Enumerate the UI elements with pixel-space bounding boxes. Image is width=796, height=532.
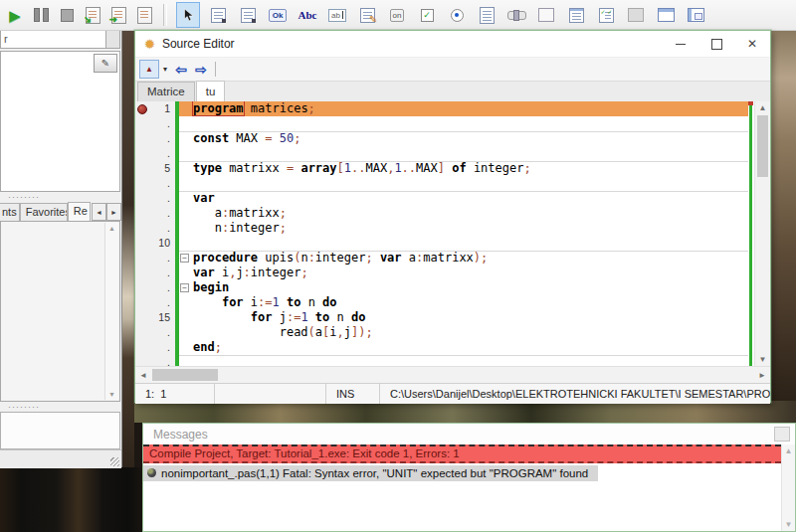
scroll-down-icon[interactable]: ▼	[782, 520, 795, 529]
component-combobox[interactable]: r	[0, 30, 109, 49]
message-row-fatal[interactable]: nonimportant_.pas(1,1) Fatal: Syntax err…	[143, 465, 598, 481]
navigate-forward-button[interactable]: ⇨	[191, 61, 211, 78]
close-button[interactable]: ✕	[734, 31, 770, 57]
checkbox-component-icon[interactable]: ✓	[415, 2, 439, 28]
combobox-component-icon[interactable]	[504, 2, 528, 28]
breakpoint-gutter[interactable]	[135, 146, 149, 161]
property-grid-scrollbar[interactable]: ▲ ▼	[104, 223, 118, 400]
groupbox-component-icon[interactable]	[534, 2, 558, 28]
pause-button[interactable]	[29, 3, 53, 27]
breakpoint-gutter[interactable]	[135, 131, 149, 146]
scroll-up-icon[interactable]: ▲	[782, 446, 795, 455]
code-line[interactable]: .	[135, 146, 748, 161]
code-line[interactable]: .−procedure upis(n:integer; var a:matrix…	[135, 251, 748, 266]
code-line[interactable]: .	[135, 355, 748, 366]
scroll-right-icon[interactable]: ►	[754, 367, 770, 383]
messages-header[interactable]: Messages	[143, 424, 795, 444]
code-area[interactable]: 1program matrices;..const MAX = 50;.5typ…	[135, 101, 748, 366]
code-line[interactable]: .var	[135, 191, 748, 206]
mainmenu-component-icon[interactable]	[206, 2, 230, 28]
code-line[interactable]: .const MAX = 50;	[135, 131, 748, 146]
tab-scroll-left-button[interactable]: ◄	[92, 203, 106, 221]
inspector-list[interactable]: ✎	[0, 51, 120, 192]
messages-list[interactable]: Compile Project, Target: Tutorial_1.exe:…	[143, 444, 781, 531]
breakpoint-gutter[interactable]	[135, 280, 149, 295]
tab-scroll-right-button[interactable]: ►	[106, 203, 121, 221]
messages-scrollbar[interactable]: ▲ ▼	[781, 444, 795, 531]
code-line[interactable]: .end;	[135, 340, 748, 355]
messages-options-button[interactable]	[774, 427, 790, 442]
combobox-dropdown-button[interactable]	[105, 30, 120, 49]
code-line[interactable]: .−begin	[135, 280, 748, 295]
resize-grip-icon[interactable]	[110, 457, 119, 466]
step-over-button[interactable]: ➜	[106, 3, 130, 27]
breakpoint-gutter[interactable]	[135, 236, 149, 251]
code-line[interactable]: . for i:=1 to n do	[135, 295, 748, 310]
togglebox-component-icon[interactable]: on	[385, 2, 409, 28]
breakpoint-gutter[interactable]	[135, 176, 149, 191]
memo-component-icon[interactable]: ✎	[355, 2, 379, 28]
editor-tab-matrice[interactable]: Matrice	[137, 82, 195, 101]
breakpoint-gutter[interactable]	[135, 206, 149, 221]
listbox-component-icon[interactable]	[475, 2, 498, 28]
breakpoint-gutter[interactable]	[135, 266, 149, 280]
maximize-button[interactable]	[698, 31, 734, 57]
property-grid[interactable]: ▲ ▼	[0, 221, 120, 402]
button-component-icon[interactable]: Ok	[266, 2, 290, 28]
breakpoint-gutter[interactable]	[135, 116, 149, 131]
frame-component-icon[interactable]	[654, 2, 678, 28]
checklistbox-component-icon[interactable]	[594, 2, 618, 28]
step-out-button[interactable]	[132, 3, 156, 27]
scroll-up-icon[interactable]: ▲	[755, 103, 770, 112]
run-button[interactable]: ▶	[3, 3, 27, 27]
code-line[interactable]: 5type matrixx = array[1..MAX,1..MAX] of …	[135, 161, 748, 176]
titlebar[interactable]: ✹ Source Editor ✕	[135, 31, 770, 58]
fold-marker-icon[interactable]: −	[180, 254, 189, 263]
panel-splitter[interactable]: ········	[8, 403, 68, 411]
breakpoint-gutter[interactable]	[135, 355, 149, 366]
horizontal-scrollbar[interactable]: ◄ ►	[135, 366, 770, 383]
message-row-error-summary[interactable]: Compile Project, Target: Tutorial_1.exe:…	[143, 444, 781, 463]
inspector-tab-nts[interactable]: nts	[0, 203, 20, 221]
code-line[interactable]: .	[135, 116, 748, 131]
code-line[interactable]: . a:matrixx;	[135, 206, 748, 221]
editor-tab-tu[interactable]: tu	[196, 81, 226, 101]
navigate-back-button[interactable]: ⇦	[171, 61, 191, 78]
breakpoint-gutter[interactable]	[135, 101, 149, 116]
breakpoint-gutter[interactable]	[135, 251, 149, 266]
minimize-button[interactable]	[663, 31, 698, 57]
code-editor[interactable]: 1program matrices;..const MAX = 50;.5typ…	[135, 101, 770, 366]
filter-button[interactable]: ✎	[94, 54, 117, 73]
code-line[interactable]: . n:integer;	[135, 221, 748, 236]
breakpoint-gutter[interactable]	[135, 295, 149, 310]
select-tool-icon[interactable]	[176, 2, 200, 28]
breakpoint-gutter[interactable]	[135, 310, 149, 325]
bitbtn-component-icon[interactable]	[684, 2, 707, 28]
radiobutton-component-icon[interactable]	[445, 2, 469, 28]
scrollbar-thumb[interactable]	[152, 369, 218, 381]
goto-dropdown-button[interactable]: ▾	[159, 65, 171, 74]
code-line[interactable]: 1program matrices;	[135, 101, 748, 116]
scroll-down-icon[interactable]: ▼	[105, 391, 118, 398]
breakpoint-gutter[interactable]	[135, 340, 149, 355]
step-into-button[interactable]: ➜	[81, 3, 104, 27]
code-line[interactable]: 15 for j:=1 to n do	[135, 310, 748, 325]
inspector-tab-favorites[interactable]: Favorites	[20, 203, 68, 221]
listview-component-icon[interactable]	[564, 2, 588, 28]
inspector-tab-re[interactable]: Re	[68, 202, 91, 221]
stop-button[interactable]	[55, 3, 79, 27]
code-line[interactable]: .	[135, 176, 748, 191]
breakpoint-gutter[interactable]	[135, 325, 149, 340]
scroll-left-icon[interactable]: ◄	[135, 367, 151, 383]
scrollbar-thumb[interactable]	[757, 115, 768, 177]
goto-declaration-button[interactable]: ▲	[139, 60, 159, 79]
breakpoint-gutter[interactable]	[135, 221, 149, 236]
fold-marker-icon[interactable]: −	[180, 283, 189, 292]
inspector-lower-pane[interactable]	[0, 412, 120, 449]
code-line[interactable]: 10	[135, 236, 748, 251]
code-line[interactable]: . read(a[i,j]);	[135, 325, 748, 340]
edit-component-icon[interactable]: ab	[325, 2, 349, 28]
panel-splitter[interactable]: ········	[8, 193, 68, 201]
breakpoint-gutter[interactable]	[135, 161, 149, 176]
vertical-scrollbar[interactable]: ▲ ▼	[754, 101, 770, 366]
